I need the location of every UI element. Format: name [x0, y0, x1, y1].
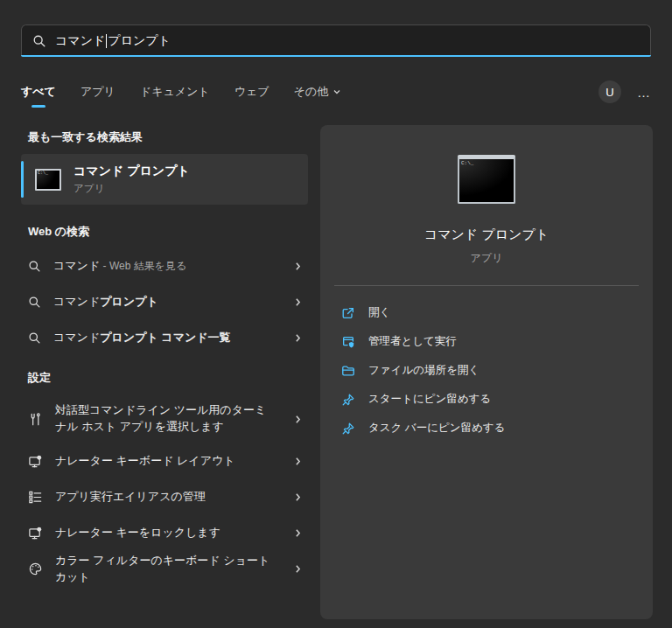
- palette-icon: [28, 562, 43, 576]
- search-accent-underline: [21, 55, 651, 57]
- best-match-heading: 最も一致する検索結果: [28, 129, 310, 145]
- web-search-result[interactable]: コマンド - Web 結果を見る: [21, 248, 310, 284]
- search-icon: [32, 34, 46, 48]
- selection-accent-bar: [21, 161, 24, 198]
- preview-panel: コマンド プロンプト アプリ 開く 管理者として実行: [320, 125, 653, 619]
- chevron-down-icon: [332, 87, 341, 96]
- text-caret: [106, 34, 107, 48]
- settings-result[interactable]: 対話型コマンドライン ツール用のターミナル ホスト アプリを選択します: [21, 394, 310, 443]
- web-search-label: コマンドプロンプト: [53, 294, 281, 311]
- action-pin-to-taskbar[interactable]: タスク バーにピン留めする: [329, 414, 644, 443]
- action-list: 開く 管理者として実行 ファイルの場所を開く: [320, 295, 653, 446]
- filter-tabs: すべて アプリ ドキュメント ウェブ その他 U …: [21, 79, 651, 105]
- best-match-type: アプリ: [74, 182, 190, 195]
- tab-more[interactable]: その他: [294, 84, 342, 100]
- list-icon: [28, 490, 43, 505]
- tools-icon: [28, 412, 43, 427]
- chevron-right-icon: [293, 528, 303, 538]
- search-icon: [28, 331, 41, 345]
- chevron-right-icon: [293, 492, 303, 502]
- tab-documents[interactable]: ドキュメント: [140, 84, 210, 100]
- narrator-display-icon: [28, 454, 43, 469]
- chevron-right-icon: [293, 297, 303, 307]
- settings-result[interactable]: ナレーター キーをロックします: [21, 515, 310, 551]
- chevron-right-icon: [293, 333, 303, 343]
- chevron-right-icon: [293, 415, 303, 424]
- settings-label: アプリ実行エイリアスの管理: [55, 489, 270, 506]
- action-open-file-location[interactable]: ファイルの場所を開く: [329, 356, 644, 385]
- action-label: 開く: [368, 305, 390, 320]
- tab-apps[interactable]: アプリ: [80, 84, 116, 100]
- settings-label: 対話型コマンドライン ツール用のターミナル ホスト アプリを選択します: [55, 402, 270, 436]
- chevron-right-icon: [293, 564, 303, 574]
- search-query-text: コマンド プロンプト: [55, 33, 171, 49]
- web-search-label: コマンドプロンプト コマンド一覧: [53, 330, 281, 346]
- avatar[interactable]: U: [598, 80, 621, 103]
- settings-result[interactable]: アプリ実行エイリアスの管理: [21, 479, 310, 515]
- action-label: ファイルの場所を開く: [368, 363, 480, 378]
- settings-result[interactable]: カラー フィルターのキーボード ショートカット: [21, 551, 310, 587]
- action-label: タスク バーにピン留めする: [368, 421, 505, 436]
- action-label: 管理者として実行: [368, 334, 457, 349]
- chevron-right-icon: [293, 457, 303, 466]
- web-search-result[interactable]: コマンドプロンプト: [21, 284, 310, 320]
- pin-icon: [341, 393, 355, 407]
- web-search-label: コマンド - Web 結果を見る: [53, 258, 281, 275]
- results-column: 最も一致する検索結果 コマンド プロンプト アプリ Web の検索 コマンド -…: [21, 129, 310, 587]
- search-icon: [28, 296, 41, 309]
- divider: [334, 285, 639, 286]
- action-run-as-admin[interactable]: 管理者として実行: [329, 327, 644, 356]
- action-open[interactable]: 開く: [329, 298, 644, 327]
- cmd-app-icon: [35, 169, 61, 191]
- search-icon: [28, 260, 41, 273]
- settings-result[interactable]: ナレーター キーボード レイアウト: [21, 443, 310, 479]
- folder-icon: [341, 364, 355, 378]
- settings-label: ナレーター キーをロックします: [55, 525, 270, 541]
- web-search-heading: Web の検索: [28, 224, 310, 240]
- chevron-right-icon: [293, 262, 303, 271]
- search-input[interactable]: コマンド プロンプト: [21, 24, 651, 56]
- best-match-item[interactable]: コマンド プロンプト アプリ: [21, 154, 308, 205]
- more-options-button[interactable]: …: [637, 85, 651, 100]
- web-search-result[interactable]: コマンドプロンプト コマンド一覧: [21, 320, 310, 356]
- run-as-admin-icon: [341, 335, 355, 349]
- narrator-display-icon: [28, 526, 43, 541]
- cmd-app-icon-large: [458, 155, 515, 204]
- settings-label: カラー フィルターのキーボード ショートカット: [55, 553, 270, 586]
- pin-icon: [341, 422, 355, 436]
- action-pin-to-start[interactable]: スタートにピン留めする: [329, 385, 644, 414]
- best-match-title: コマンド プロンプト: [74, 164, 190, 179]
- action-label: スタートにピン留めする: [368, 392, 491, 407]
- settings-heading: 設定: [28, 370, 310, 386]
- tab-web[interactable]: ウェブ: [234, 84, 270, 100]
- settings-label: ナレーター キーボード レイアウト: [55, 453, 270, 470]
- preview-subtitle: アプリ: [320, 251, 653, 266]
- preview-title: コマンド プロンプト: [320, 227, 653, 243]
- open-external-icon: [341, 306, 355, 320]
- tab-all[interactable]: すべて: [21, 84, 56, 100]
